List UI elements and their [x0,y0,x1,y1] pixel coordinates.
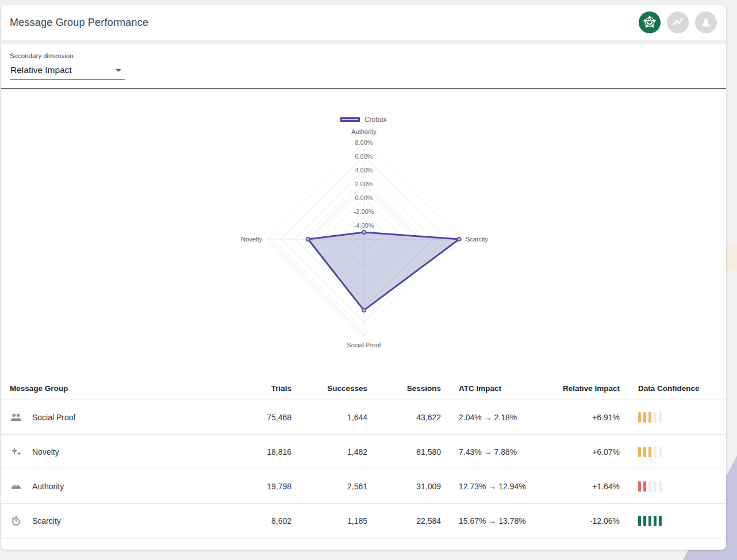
col-data-confidence: Data Confidence [620,384,718,393]
atc-impact-value: 2.04% → 2.18% [441,413,562,422]
trials-value: 18,816 [254,447,291,457]
sessions-value: 22,584 [367,516,441,526]
legend-label: Crobox [364,116,387,124]
col-trials: Trials [254,384,291,393]
radar-chart-area: Crobox 8.00%6.00%4.00%2.00%0.00%-2.00%-4… [1,89,726,362]
sparkles-icon [10,446,22,458]
chevron-down-icon [116,69,121,72]
trend-view-button[interactable] [667,11,689,33]
col-sessions: Sessions [367,384,441,393]
col-successes: Successes [291,384,367,393]
svg-text:Scarcity: Scarcity [466,236,489,243]
table-header-row: Message Group Trials Successes Sessions … [1,377,726,400]
relative-impact-value: +6.07% [562,447,620,457]
col-atc-impact: ATC Impact [441,384,562,393]
chart-legend[interactable]: Crobox [340,116,387,124]
card-header: Message Group Performance [1,5,726,40]
radar-view-button[interactable] [639,11,661,33]
officer-cap-icon [10,480,22,493]
relative-impact-value: +1.64% [562,482,620,491]
atc-impact-value: 7.43% → 7.88% [441,447,562,457]
table-row-scarcity[interactable]: Scarcity 8,602 1,185 22,584 15.67% → 13.… [1,504,726,538]
table-row-novelty[interactable]: Novelty 18,816 1,482 81,580 7.43% → 7.88… [1,435,726,469]
trials-value: 19,798 [254,482,291,491]
distribution-view-button[interactable] [695,11,717,33]
data-confidence-bars [620,481,718,492]
row-label: Novelty [32,447,59,457]
svg-text:Authority: Authority [351,128,377,135]
successes-value: 1,185 [291,516,367,526]
legend-swatch [340,117,360,122]
message-group-performance-card: Message Group Performance [1,5,726,550]
secondary-dimension-value: Relative Impact [10,65,72,75]
atc-impact-value: 15.67% → 13.78% [441,516,562,526]
row-label: Authority [32,482,64,491]
relative-impact-value: -12.06% [562,516,620,526]
successes-value: 1,644 [291,413,367,422]
sessions-value: 81,580 [367,447,441,457]
atc-impact-value: 12.73% → 12.94% [441,482,562,491]
svg-text:6.00%: 6.00% [355,153,373,160]
people-icon [10,411,22,424]
data-confidence-bars [620,516,718,526]
svg-text:-4.00%: -4.00% [354,222,374,229]
svg-text:Social Proof: Social Proof [347,342,381,348]
row-label: Scarcity [32,516,61,526]
filter-section: Secondary dimension Relative Impact [1,44,726,88]
sessions-value: 31,009 [367,482,441,491]
page-title: Message Group Performance [10,17,148,29]
radar-chart: 8.00%6.00%4.00%2.00%0.00%-2.00%-4.00%Aut… [220,124,508,362]
sessions-value: 43,622 [367,413,441,422]
relative-impact-value: +6.91% [562,413,620,422]
data-confidence-bars [620,447,718,457]
svg-text:Novelty: Novelty [241,236,262,243]
secondary-dimension-select[interactable]: Relative Impact [10,61,125,80]
svg-text:2.00%: 2.00% [355,181,373,187]
successes-value: 2,561 [291,482,367,491]
table-row-authority[interactable]: Authority 19,798 2,561 31,009 12.73% → 1… [1,469,726,504]
row-label: Social Proof [32,413,75,422]
col-relative-impact: Relative Impact [562,384,620,393]
message-group-table: Message Group Trials Successes Sessions … [1,377,726,538]
radar-chart-icon [643,15,657,30]
line-chart-icon [671,15,685,30]
stopwatch-icon [10,515,22,527]
trials-value: 75,468 [254,413,291,422]
secondary-dimension-label: Secondary dimension [10,52,726,59]
table-row-social-proof[interactable]: Social Proof 75,468 1,644 43,622 2.04% →… [1,400,726,435]
svg-text:8.00%: 8.00% [355,139,373,146]
successes-value: 1,482 [291,447,367,457]
chart-view-switch [639,11,717,33]
trials-value: 8,602 [254,516,291,526]
svg-text:4.00%: 4.00% [355,167,373,174]
col-message-group: Message Group [10,384,254,393]
svg-text:-2.00%: -2.00% [354,208,374,215]
svg-text:0.00%: 0.00% [355,194,373,201]
bell-curve-icon [699,15,713,30]
data-confidence-bars [620,412,718,423]
